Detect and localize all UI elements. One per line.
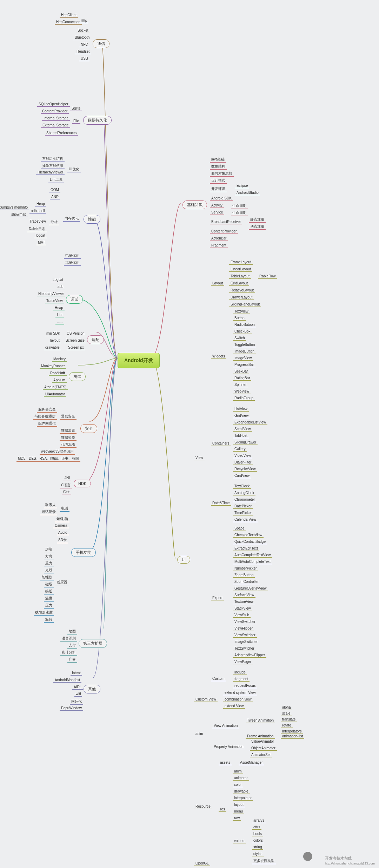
node-ValueAnimator[interactable]: ValueAnimator	[250, 739, 275, 744]
node-压力[interactable]: 压力	[44, 603, 54, 609]
node-SlidingDrawer[interactable]: SlidingDrawer	[233, 440, 258, 445]
node-sd卡[interactable]: SD卡	[57, 537, 68, 543]
node-Gallery[interactable]: Gallery	[233, 447, 247, 452]
node-fragment-b[interactable]: Fragment	[210, 243, 228, 248]
branch-基础知识[interactable]: 基础知识	[182, 200, 207, 209]
node-oom[interactable]: OOM	[49, 188, 60, 192]
node-linearlayout[interactable]: LinearLayout	[229, 267, 252, 272]
node-rablerow[interactable]: RableRow	[258, 274, 277, 279]
node-加速[interactable]: 加速	[44, 546, 54, 552]
node-java基础[interactable]: java基础	[210, 157, 226, 163]
node-CheckedTextView[interactable]: CheckedTextView	[233, 533, 264, 538]
node-popuwindow[interactable]: PopuWindow	[60, 706, 83, 711]
node-AdapterViewFlipper[interactable]: AdapterViewFlipper	[233, 653, 266, 658]
node-更多资源类型[interactable]: 更多资源类型	[252, 858, 276, 864]
node-接近[interactable]: 接近	[44, 588, 54, 594]
node-cpp[interactable]: C++	[62, 489, 71, 494]
node-设计模式[interactable]: 设计模式	[210, 178, 227, 184]
node-animationlist[interactable]: animation-list	[281, 734, 304, 739]
node-relativelayout[interactable]: RelativeLayout	[229, 288, 255, 293]
node-heap[interactable]: Heap	[35, 202, 46, 206]
node-GestureOverlayView[interactable]: GestureOverlayView	[233, 586, 268, 591]
node-contentprovider-b[interactable]: ContentProvider	[210, 229, 238, 234]
node-TabHost[interactable]: TabHost	[233, 433, 249, 438]
node-RecyclerView[interactable]: RecyclerView	[233, 467, 257, 472]
node-Space[interactable]: Space	[233, 526, 246, 531]
node-ImageButton[interactable]: ImageButton	[233, 349, 256, 354]
node-extend View[interactable]: extend View	[223, 704, 245, 709]
node-流量优化[interactable]: 流量优化	[64, 260, 81, 266]
node-nfc[interactable]: NFC	[79, 42, 89, 47]
node-TextSwitcher[interactable]: TextSwitcher	[233, 646, 256, 651]
node-d-adb[interactable]: adb	[56, 284, 65, 289]
node-anim[interactable]: anim	[233, 769, 243, 774]
node-温度[interactable]: 温度	[44, 596, 54, 601]
node-frameanimation[interactable]: Frame Animation	[246, 734, 275, 739]
branch-ndk[interactable]: NDK	[74, 480, 91, 487]
node-通话记录[interactable]: 通话记录	[40, 509, 57, 515]
node-monkeyrunner[interactable]: MonkeyRunner	[40, 364, 66, 369]
node-layout-ui[interactable]: Layout	[211, 281, 224, 286]
node-clang[interactable]: C语言	[60, 482, 72, 488]
node-contentprovider-p[interactable]: ContentProvider	[41, 109, 69, 114]
node-res[interactable]: res	[219, 807, 226, 812]
node-支付[interactable]: 支付	[67, 643, 77, 649]
node-assets[interactable]: assets	[219, 760, 232, 765]
node-values[interactable]: values	[233, 839, 246, 843]
node-slidingpane[interactable]: SlidingPaneLayout	[229, 302, 261, 307]
node-面向对象[interactable]: 面向对象思想	[210, 171, 234, 177]
node-customview[interactable]: Custom View	[194, 697, 218, 702]
node-adbshell[interactable]: adb shell	[29, 209, 46, 213]
node-sqlite[interactable]: Sqlite	[70, 106, 82, 111]
node-service[interactable]: Service	[210, 210, 224, 215]
node-expert[interactable]: Expert	[211, 596, 224, 600]
node-ObjectAnimator[interactable]: ObjectAnimator	[250, 746, 277, 751]
node-jni[interactable]: JNI	[63, 475, 71, 480]
node-monkey[interactable]: Monkey	[52, 357, 67, 362]
node-陀螺仪[interactable]: 陀螺仪	[40, 574, 54, 580]
node-重力[interactable]: 重力	[44, 560, 54, 566]
node-string[interactable]: string	[252, 845, 263, 850]
node-ViewFlipper[interactable]: ViewFlipper	[233, 626, 254, 631]
root-node[interactable]: Android开发	[118, 353, 160, 368]
node-traceview-p[interactable]: TraceView	[28, 219, 47, 224]
node-TextView[interactable]: TextView	[233, 309, 250, 314]
node-appium[interactable]: Appium	[52, 378, 67, 383]
node-assetmanager[interactable]: AssetManager	[239, 760, 264, 765]
node-datetime[interactable]: Date&Time	[211, 501, 231, 506]
node-ZoomController[interactable]: ZoomController	[233, 579, 260, 584]
node-GridView[interactable]: GridView	[233, 413, 250, 418]
node-d-logcat[interactable]: Logcat	[51, 277, 65, 282]
node-androidsdk[interactable]: Android SDK	[210, 196, 233, 201]
branch-通信[interactable]: 通信	[93, 39, 109, 48]
node-语音识别[interactable]: 语音识别	[60, 636, 77, 642]
node-manifest[interactable]: AndroidManifest	[53, 678, 81, 683]
node-file[interactable]: File	[72, 119, 80, 124]
node-activity[interactable]: Activity	[210, 203, 224, 208]
node-audio[interactable]: Audio	[57, 530, 69, 535]
node-sqliteopenhelper[interactable]: SQLiteOpenHelper	[37, 102, 70, 107]
node-containers[interactable]: Containers	[211, 441, 231, 446]
node-dalvik[interactable]: Dalvik日志	[27, 226, 47, 232]
node-抽象布局[interactable]: 抽象布局使用	[41, 163, 65, 169]
node-d-more[interactable]: ......	[55, 320, 64, 324]
node-布局层次[interactable]: 布局层次结构	[41, 156, 65, 162]
node-电话[interactable]: 电话	[60, 506, 69, 512]
node-include[interactable]: include	[233, 670, 247, 675]
node-internalstorage[interactable]: Internal Storage	[42, 116, 70, 121]
node-ExtractEditText[interactable]: ExtractEditText	[233, 546, 259, 551]
node-SurfaceView[interactable]: SurfaceView	[233, 593, 255, 598]
node-lifecycle2[interactable]: 生命周期	[231, 210, 248, 216]
node-dumpsys[interactable]: dumpsys meminfo	[0, 205, 29, 210]
branch-数据持久化[interactable]: 数据持久化	[83, 116, 112, 125]
node-CheckBox[interactable]: CheckBox	[233, 329, 252, 334]
node-AnimatorSet[interactable]: AnimatorSet	[250, 752, 272, 757]
node-athrun[interactable]: Athrun(TMTS)	[43, 385, 68, 390]
branch-ui[interactable]: UI	[177, 556, 190, 564]
node-服务端通信[interactable]: 与服务端通信	[33, 414, 57, 420]
node-bluetooth[interactable]: Bluetooth	[73, 35, 91, 40]
node-线性加速度[interactable]: 线性加速度	[34, 610, 54, 616]
node-bools[interactable]: bools	[252, 831, 263, 836]
node-drawerlayout[interactable]: DrawerLayout	[229, 295, 254, 300]
node-alpha[interactable]: alpha	[281, 705, 292, 710]
